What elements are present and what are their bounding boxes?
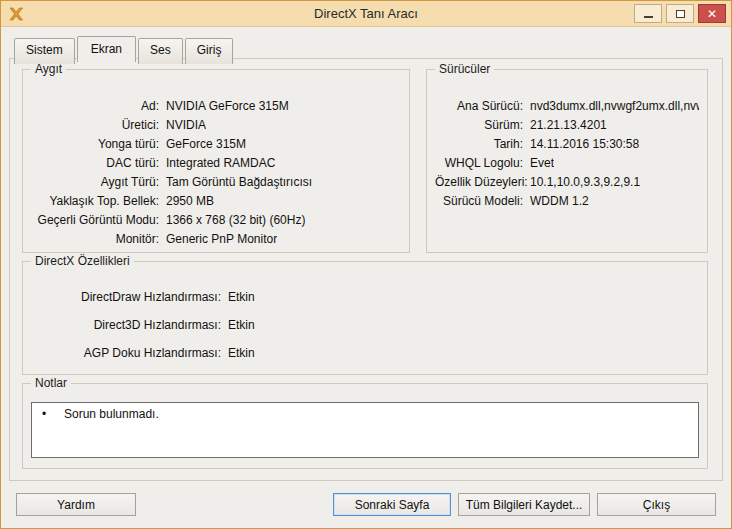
field-label: Direct3D Hızlandırması: (31, 318, 221, 332)
field-value: Etkin (228, 318, 255, 332)
field-label: DAC türü: (31, 156, 159, 170)
field-label: Aygıt Türü: (31, 175, 159, 189)
drivers-group: Sürücüler Ana Sürücü: nvd3dumx.dll,nvwgf… (426, 69, 708, 253)
display-tab-page: Aygıt Ad: NVIDIA GeForce 315M Üretici: N… (9, 58, 723, 481)
field-label: Özellik Düzeyleri: (435, 175, 523, 189)
field-value: Etkin (228, 290, 255, 304)
caption-controls: ✕ (634, 4, 726, 23)
drivers-group-title: Sürücüler (435, 62, 494, 76)
field-value: 1366 x 768 (32 bit) (60Hz) (166, 213, 305, 227)
note-item: • Sorun bulunmadı. (32, 403, 698, 421)
next-page-button[interactable]: Sonraki Sayfa (333, 493, 451, 516)
directx-features-group: DirectX Özellikleri DirectDraw Hızlandır… (22, 261, 708, 375)
info-row: Sürüm: 21.21.13.4201 (435, 115, 699, 134)
notes-group-title: Notlar (31, 376, 71, 390)
field-value: GeForce 315M (166, 137, 246, 151)
note-text: Sorun bulunmadı. (64, 407, 159, 421)
save-all-info-button[interactable]: Tüm Bilgileri Kaydet... (458, 493, 590, 516)
notes-group: Notlar • Sorun bulunmadı. (22, 383, 708, 469)
field-value: Integrated RAMDAC (166, 156, 275, 170)
info-row: DAC türü: Integrated RAMDAC (31, 153, 401, 172)
info-row: Direct3D Hızlandırması: Etkin (31, 316, 699, 333)
titlebar: DirectX Tanı Aracı ✕ (1, 1, 731, 27)
tab-label: Ses (150, 43, 171, 57)
field-label: Yonga türü: (31, 137, 159, 151)
maximize-button[interactable] (666, 4, 694, 23)
minimize-icon (644, 16, 653, 18)
tab-label: Ekran (91, 42, 122, 56)
field-label: Sürücü Modeli: (435, 194, 523, 208)
field-label: Üretici: (31, 118, 159, 132)
info-row: Geçerli Görüntü Modu: 1366 x 768 (32 bit… (31, 210, 401, 229)
field-value: Tam Görüntü Bağdaştırıcısı (166, 175, 312, 189)
info-row: Tarih: 14.11.2016 15:30:58 (435, 134, 699, 153)
field-label: Ana Sürücü: (435, 99, 523, 113)
device-group-title: Aygıt (31, 62, 66, 76)
tab-giris[interactable]: Giriş (185, 38, 234, 64)
field-label: DirectDraw Hızlandırması: (31, 290, 221, 304)
field-label: Monitör: (31, 232, 159, 246)
notes-textarea[interactable]: • Sorun bulunmadı. (31, 402, 699, 458)
tab-ekran[interactable]: Ekran (77, 36, 136, 62)
field-value: 21.21.13.4201 (530, 118, 607, 132)
minimize-button[interactable] (634, 4, 662, 23)
field-label: Tarih: (435, 137, 523, 151)
field-value: NVIDIA GeForce 315M (166, 99, 289, 113)
field-value: NVIDIA (166, 118, 206, 132)
window-title: DirectX Tanı Aracı (1, 1, 731, 27)
info-row: Sürücü Modeli: WDDM 1.2 (435, 191, 699, 210)
directx-features-group-title: DirectX Özellikleri (31, 254, 134, 268)
device-group: Aygıt Ad: NVIDIA GeForce 315M Üretici: N… (22, 69, 410, 253)
field-label: AGP Doku Hızlandırması: (31, 346, 221, 360)
tab-ses[interactable]: Ses (138, 38, 183, 64)
tab-sistem[interactable]: Sistem (14, 38, 75, 64)
bullet-icon: • (42, 407, 64, 421)
field-value: WDDM 1.2 (530, 194, 589, 208)
info-row: AGP Doku Hızlandırması: Etkin (31, 344, 699, 361)
field-label: Sürüm: (435, 118, 523, 132)
field-value: 14.11.2016 15:30:58 (530, 137, 639, 151)
info-row: Yaklaşık Top. Bellek: 2950 MB (31, 191, 401, 210)
info-row: Ad: NVIDIA GeForce 315M (31, 96, 401, 115)
maximize-icon (676, 10, 685, 18)
field-label: Yaklaşık Top. Bellek: (31, 194, 159, 208)
info-row: Ana Sürücü: nvd3dumx.dll,nvwgf2umx.dll,n… (435, 96, 699, 115)
field-value: 2950 MB (166, 194, 214, 208)
info-row: Özellik Düzeyleri: 10.1,10.0,9.3,9.2,9.1 (435, 172, 699, 191)
field-value: Etkin (228, 346, 255, 360)
exit-button[interactable]: Çıkış (597, 493, 716, 516)
field-value: Evet (530, 156, 554, 170)
tab-label: Sistem (26, 43, 63, 57)
field-label: WHQL Logolu: (435, 156, 523, 170)
field-value: nvd3dumx.dll,nvwgf2umx.dll,nvwgf2 (530, 99, 699, 113)
close-icon: ✕ (707, 7, 717, 21)
info-row: Yonga türü: GeForce 315M (31, 134, 401, 153)
field-value: 10.1,10.0,9.3,9.2,9.1 (530, 175, 640, 189)
tabstrip: Sistem Ekran Ses Giriş (14, 36, 235, 62)
field-label: Geçerli Görüntü Modu: (31, 213, 159, 227)
dxdiag-window: DirectX Tanı Aracı ✕ Sistem Ekran Ses Gi… (0, 0, 732, 529)
help-button[interactable]: Yardım (16, 493, 136, 516)
field-value: Generic PnP Monitor (166, 232, 277, 246)
field-label: Ad: (31, 99, 159, 113)
info-row: Aygıt Türü: Tam Görüntü Bağdaştırıcısı (31, 172, 401, 191)
info-row: DirectDraw Hızlandırması: Etkin (31, 288, 699, 305)
info-row: Monitör: Generic PnP Monitor (31, 229, 401, 248)
tab-label: Giriş (197, 43, 222, 57)
close-button[interactable]: ✕ (698, 4, 726, 23)
info-row: Üretici: NVIDIA (31, 115, 401, 134)
info-row: WHQL Logolu: Evet (435, 153, 699, 172)
